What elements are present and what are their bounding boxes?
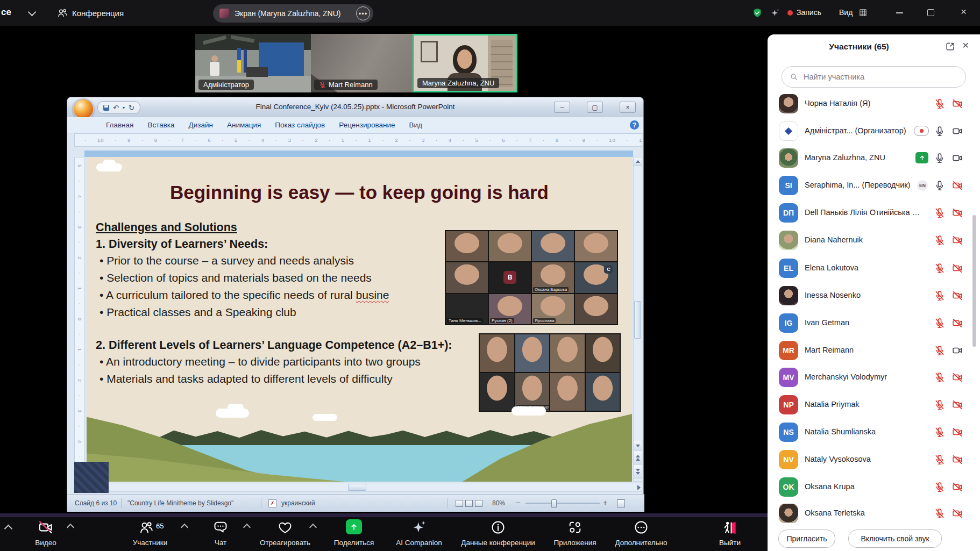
tab-review[interactable]: Рецензирование: [339, 121, 395, 129]
mic-on-icon[interactable]: [934, 153, 945, 163]
mic-off-icon[interactable]: [934, 345, 945, 356]
slide-canvas[interactable]: Beginning is easy — to keep going is har…: [87, 157, 632, 482]
office-button[interactable]: [73, 98, 94, 120]
mic-off-icon[interactable]: [934, 290, 945, 301]
participant-row[interactable]: OK Oksana Krupa: [768, 474, 980, 500]
save-icon[interactable]: [103, 105, 109, 111]
view-button[interactable]: Вид: [839, 8, 853, 17]
ppt-maximize-button[interactable]: ▢: [587, 102, 603, 113]
shared-screen-pill[interactable]: Экран (Maryna Zaluzhna, ZNU) •••: [213, 4, 373, 23]
participant-row[interactable]: NS Natalia Shumlianska: [768, 419, 980, 446]
audio-options-chevron-icon[interactable]: [4, 525, 13, 533]
undo-dropdown-icon[interactable]: ▾: [123, 105, 125, 110]
camera-off-icon[interactable]: [952, 235, 963, 246]
participant-row[interactable]: Inessa Nosenko: [768, 282, 980, 309]
tab-view[interactable]: Вид: [409, 121, 422, 129]
unmute-button[interactable]: Включить свой звук: [848, 529, 942, 548]
participant-row[interactable]: NV Nataly Vysokosova: [768, 446, 980, 473]
slide-sorter-icon[interactable]: [465, 500, 473, 507]
slideshow-icon[interactable]: [475, 500, 482, 507]
help-icon[interactable]: ?: [630, 120, 639, 130]
participant-row[interactable]: Diana Nahernuik: [768, 227, 980, 254]
participant-row[interactable]: Адміністрат... (Организатор): [768, 118, 980, 145]
participant-row[interactable]: EL Elena Lokutova: [768, 255, 980, 282]
mic-off-icon[interactable]: [934, 454, 945, 465]
camera-off-icon[interactable]: [952, 508, 963, 519]
camera-on-icon[interactable]: [952, 345, 963, 356]
camera-off-icon[interactable]: [952, 427, 963, 438]
popout-icon[interactable]: [945, 41, 955, 52]
participants-options-chevron-icon[interactable]: [181, 524, 188, 531]
search-participant-box[interactable]: [782, 66, 966, 88]
video-tile-mart[interactable]: Mart Reimann: [311, 34, 413, 92]
participant-row[interactable]: IG Ivan Getman: [768, 310, 980, 337]
zoom-out-icon[interactable]: −: [516, 498, 520, 507]
participant-row[interactable]: NP Natalia Priymak: [768, 391, 980, 418]
camera-off-icon[interactable]: [952, 454, 963, 465]
language-indicator[interactable]: украинский: [281, 499, 315, 507]
tab-animation[interactable]: Анимация: [227, 121, 261, 129]
mic-off-icon[interactable]: [934, 263, 945, 274]
view-grid-icon[interactable]: [858, 8, 868, 17]
invite-button[interactable]: Пригласить: [778, 529, 835, 548]
participant-row[interactable]: MR Mart Reimann: [768, 337, 980, 364]
camera-off-icon[interactable]: [952, 207, 963, 218]
restore-button[interactable]: [927, 9, 934, 16]
close-button[interactable]: ×: [961, 6, 967, 18]
video-options-chevron-icon[interactable]: [67, 524, 74, 531]
participant-row[interactable]: MV Merchanskyi Volodymyr: [768, 364, 980, 391]
react-options-chevron-icon[interactable]: [309, 524, 317, 531]
mic-off-icon[interactable]: [934, 318, 945, 328]
ppt-vertical-scrollbar[interactable]: [633, 157, 642, 482]
tab-design[interactable]: Дизайн: [189, 121, 213, 129]
mic-off-icon[interactable]: [934, 98, 945, 109]
camera-off-icon[interactable]: [952, 399, 963, 410]
undo-icon[interactable]: ↶: [113, 104, 119, 112]
camera-on-icon[interactable]: [952, 153, 963, 163]
chevron-down-icon[interactable]: [28, 8, 37, 17]
participant-row[interactable]: Oksana Terletska: [768, 500, 980, 527]
scrollbar-thumb[interactable]: [634, 301, 641, 339]
camera-off-icon[interactable]: [952, 482, 963, 492]
normal-view-icon[interactable]: [456, 500, 463, 507]
ppt-minimize-button[interactable]: –: [554, 102, 570, 113]
participant-row[interactable]: DП Dell Паньків Лілія Отинійська с...: [768, 199, 980, 226]
mic-off-icon[interactable]: [934, 399, 945, 410]
previous-slide-button[interactable]: [634, 451, 642, 464]
video-tile-active-speaker[interactable]: Maryna Zaluzhna, ZNU: [413, 34, 517, 92]
mic-off-icon[interactable]: [934, 372, 945, 383]
ppt-close-button[interactable]: ×: [620, 102, 636, 113]
ai-sparkle-icon[interactable]: [770, 8, 780, 18]
search-input[interactable]: [803, 72, 945, 82]
participant-row[interactable]: SI Seraphima, In... (Переводчик) EN: [768, 172, 980, 199]
ppt-horizontal-scrollbar[interactable]: [74, 483, 642, 492]
camera-off-icon[interactable]: [952, 98, 963, 109]
minimize-button[interactable]: [896, 12, 903, 13]
tab-slideshow[interactable]: Показ слайдов: [275, 121, 325, 129]
spellcheck-icon[interactable]: ✗: [268, 499, 276, 507]
mic-off-icon[interactable]: [934, 482, 945, 492]
next-slide-button[interactable]: [634, 465, 642, 478]
mic-off-icon[interactable]: [934, 508, 945, 519]
camera-off-icon[interactable]: [952, 372, 963, 383]
camera-off-icon[interactable]: [952, 290, 963, 301]
security-shield-icon[interactable]: [752, 8, 763, 18]
mic-on-icon[interactable]: [934, 180, 945, 191]
mic-off-icon[interactable]: [934, 235, 945, 246]
camera-off-icon[interactable]: [952, 318, 963, 328]
redo-icon[interactable]: ↻: [129, 104, 134, 112]
zoom-in-icon[interactable]: +: [603, 498, 607, 507]
chat-options-chevron-icon[interactable]: [243, 524, 251, 531]
tab-insert[interactable]: Вставка: [147, 121, 174, 129]
camera-off-icon[interactable]: [952, 180, 963, 191]
close-panel-icon[interactable]: ×: [962, 39, 969, 52]
camera-off-icon[interactable]: [952, 263, 963, 274]
camera-on-icon[interactable]: [952, 126, 963, 137]
participant-row[interactable]: Чорна Наталія (Я): [768, 90, 980, 117]
mic-off-icon[interactable]: [934, 427, 945, 438]
more-options-icon[interactable]: •••: [356, 6, 370, 20]
zoom-slider-thumb[interactable]: [551, 499, 557, 508]
panel-scrollbar[interactable]: [972, 215, 976, 347]
scrollbar-thumb[interactable]: [348, 484, 366, 491]
fit-to-window-icon[interactable]: [617, 499, 625, 507]
